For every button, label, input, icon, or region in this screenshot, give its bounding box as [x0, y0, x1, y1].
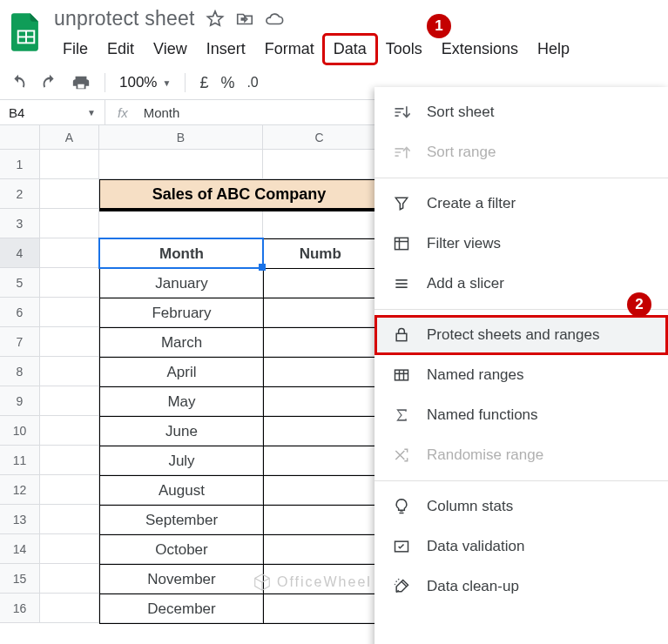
table-row: May [100, 387, 377, 417]
month-cell[interactable]: April [100, 358, 264, 387]
value-cell[interactable] [264, 506, 377, 535]
header-number[interactable]: Numb [264, 239, 377, 269]
row-header[interactable]: 2 [0, 179, 40, 209]
menu-item-sigma[interactable]: Named functions [374, 395, 668, 435]
menu-help[interactable]: Help [529, 36, 578, 63]
menu-extensions[interactable]: Extensions [433, 36, 527, 63]
app-header: unprotect sheet FileEditViewInsertFormat… [0, 0, 668, 63]
sheet-title-underline [99, 209, 378, 211]
row-header[interactable]: 8 [0, 357, 40, 386]
menu-data[interactable]: Data [325, 36, 375, 63]
month-cell[interactable]: October [100, 535, 264, 565]
name-box[interactable]: B4 ▼ [0, 105, 105, 120]
row-header[interactable]: 16 [0, 594, 40, 623]
menu-item-label: Filter views [427, 235, 501, 252]
month-cell[interactable]: August [100, 476, 264, 506]
menu-tools[interactable]: Tools [377, 36, 431, 63]
menu-format[interactable]: Format [256, 36, 323, 63]
decimal-button[interactable]: .0 [246, 75, 258, 91]
toolbar-separator [105, 73, 105, 92]
value-cell[interactable] [264, 446, 377, 476]
zoom-dropdown[interactable]: 100%▼ [119, 74, 171, 91]
currency-button[interactable]: £ [199, 74, 208, 92]
value-cell[interactable] [264, 269, 377, 299]
sheets-logo [9, 10, 44, 54]
menu-item-label: Add a slicer [427, 275, 504, 292]
row-header[interactable]: 15 [0, 564, 40, 594]
table-row: December [100, 594, 377, 624]
row-header[interactable]: 9 [0, 386, 40, 416]
value-cell[interactable] [264, 358, 377, 387]
month-cell[interactable]: March [100, 328, 264, 358]
value-cell[interactable] [264, 476, 377, 506]
menu-item-label: Named functions [427, 406, 538, 424]
menu-item-slicer[interactable]: Add a slicer [374, 264, 668, 304]
cloud-icon[interactable] [265, 10, 284, 29]
value-cell[interactable] [264, 328, 377, 358]
table-row: July [100, 446, 377, 476]
column-header-c[interactable]: C [263, 125, 376, 150]
star-icon[interactable] [206, 10, 225, 29]
month-cell[interactable]: September [100, 506, 264, 535]
data-table: Month Numb JanuaryFebruaryMarchAprilMayJ… [99, 238, 377, 624]
menu-item-validation[interactable]: Data validation [374, 527, 668, 567]
column-header-a[interactable]: A [40, 125, 99, 150]
row-header[interactable]: 12 [0, 475, 40, 505]
row-header[interactable]: 7 [0, 327, 40, 357]
value-cell[interactable] [264, 387, 377, 417]
filter-icon [392, 194, 411, 213]
row-header[interactable]: 1 [0, 150, 40, 179]
annotation-callout: 1 [427, 14, 451, 38]
percent-button[interactable]: % [220, 74, 234, 92]
header-month[interactable]: Month [100, 239, 264, 269]
menu-item-cleanup[interactable]: Data clean-up [374, 567, 668, 607]
month-cell[interactable]: June [100, 417, 264, 446]
menu-edit[interactable]: Edit [98, 36, 143, 63]
title-area: unprotect sheet FileEditViewInsertFormat… [54, 7, 659, 63]
select-all-corner[interactable] [0, 125, 40, 150]
menu-view[interactable]: View [145, 36, 196, 63]
month-cell[interactable]: November [100, 565, 264, 594]
print-icon[interactable] [71, 73, 91, 92]
move-icon[interactable] [235, 10, 254, 29]
row-header[interactable]: 11 [0, 446, 40, 475]
toolbar-separator [185, 73, 186, 92]
row-header[interactable]: 3 [0, 209, 40, 238]
lock-icon [392, 325, 411, 345]
row-headers: 12345678910111213141516 [0, 125, 40, 623]
row-header[interactable]: 10 [0, 416, 40, 446]
menu-item-bulb[interactable]: Column stats [374, 486, 668, 527]
menu-item-named-ranges[interactable]: Named ranges [374, 355, 668, 395]
row-header[interactable]: 13 [0, 505, 40, 534]
month-cell[interactable]: July [100, 446, 264, 476]
menu-separator [374, 480, 668, 481]
month-cell[interactable]: February [100, 299, 264, 328]
row-header[interactable]: 4 [0, 238, 40, 268]
sheet-title-cell[interactable]: Sales of ABC Company [99, 179, 378, 209]
menu-item-lock[interactable]: Protect sheets and ranges [374, 315, 668, 355]
validation-icon [392, 537, 411, 556]
undo-icon[interactable] [9, 73, 28, 92]
month-cell[interactable]: May [100, 387, 264, 417]
redo-icon[interactable] [40, 73, 59, 92]
value-cell[interactable] [264, 299, 377, 328]
menu-insert[interactable]: Insert [198, 36, 254, 63]
value-cell[interactable] [264, 535, 377, 565]
watermark: OfficeWheel [253, 573, 372, 592]
svg-point-15 [395, 580, 397, 582]
menu-file[interactable]: File [54, 36, 97, 63]
column-header-b[interactable]: B [99, 125, 263, 150]
formula-input[interactable]: Month [140, 105, 180, 120]
value-cell[interactable] [264, 417, 377, 446]
row-header[interactable]: 6 [0, 298, 40, 327]
document-title[interactable]: unprotect sheet [54, 7, 195, 30]
menu-item-filter-views[interactable]: Filter views [374, 224, 668, 264]
month-cell[interactable]: December [100, 594, 264, 624]
row-header[interactable]: 14 [0, 534, 40, 564]
menu-item-sort-sheet[interactable]: Sort sheet [374, 92, 668, 132]
menu-item-filter[interactable]: Create a filter [374, 184, 668, 224]
month-cell[interactable]: January [100, 269, 264, 299]
row-header[interactable]: 5 [0, 268, 40, 298]
value-cell[interactable] [264, 594, 377, 624]
data-menu-dropdown: Sort sheetSort rangeCreate a filterFilte… [374, 87, 668, 644]
